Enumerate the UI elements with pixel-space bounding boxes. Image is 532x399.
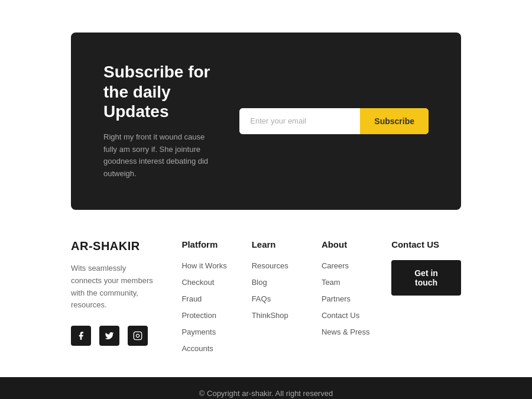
list-item: Payments [181,326,239,337]
subscribe-right: Subscribe [239,108,429,134]
list-item: Contact Us [322,310,379,320]
svg-rect-0 [134,332,141,339]
accounts-link[interactable]: Accounts [181,344,213,353]
facebook-icon[interactable] [71,326,91,346]
about-links: Careers Team Partners Contact Us News & … [322,260,379,337]
learn-links: Resources Blog FAQs ThinkShop [252,260,310,320]
brand-description: Wits seamlessly connects your members wi… [71,262,158,312]
list-item: How it Works [181,260,239,271]
thinkshop-link[interactable]: ThinkShop [252,311,288,320]
contact-title: Contact US [391,239,461,249]
twitter-icon[interactable] [99,326,119,346]
team-link[interactable]: Team [322,278,340,287]
platform-column: Platform How it Works Checkout Fraud Pro… [181,239,239,353]
about-column: About Careers Team Partners Contact Us N… [322,239,379,353]
get-in-touch-button[interactable]: Get in touch [391,260,461,296]
list-item: FAQs [252,293,310,304]
social-icons [71,326,158,346]
list-item: Accounts [181,343,239,353]
blog-link[interactable]: Blog [252,278,267,287]
list-item: Fraud [181,293,239,304]
subscribe-title: Subscribe for the daily Updates [103,62,216,122]
brand-name: AR-SHAKIR [71,239,158,253]
list-item: News & Press [322,326,379,337]
subscribe-section: Subscribe for the daily Updates Right my… [71,33,461,210]
faqs-link[interactable]: FAQs [252,294,271,303]
brand-column: AR-SHAKIR Wits seamlessly connects your … [71,239,170,353]
learn-column: Learn Resources Blog FAQs ThinkShop [252,239,310,353]
protection-link[interactable]: Protection [181,311,216,320]
subscribe-form: Subscribe [239,108,429,134]
platform-title: Platform [181,239,239,249]
copyright-bar: © Copyright ar-shakir. All right reserve… [0,377,532,399]
payments-link[interactable]: Payments [181,327,216,336]
copyright-text: © Copyright ar-shakir. All right reserve… [199,389,333,398]
list-item: ThinkShop [252,310,310,320]
subscribe-left: Subscribe for the daily Updates Right my… [103,62,216,180]
email-input[interactable] [239,108,360,134]
list-item: Partners [322,293,379,304]
list-item: Resources [252,260,310,271]
checkout-link[interactable]: Checkout [181,278,214,287]
platform-links: How it Works Checkout Fraud Protection P… [181,260,239,353]
fraud-link[interactable]: Fraud [181,294,202,303]
page-wrapper: Subscribe for the daily Updates Right my… [0,0,532,399]
list-item: Team [322,277,379,287]
list-item: Protection [181,310,239,320]
careers-link[interactable]: Careers [322,261,349,270]
partners-link[interactable]: Partners [322,294,351,303]
contact-column: Contact US Get in touch [391,239,461,353]
contact-us-link[interactable]: Contact Us [322,311,359,320]
list-item: Blog [252,277,310,287]
subscribe-button[interactable]: Subscribe [360,108,429,134]
subscribe-description: Right my front it wound cause fully am s… [103,131,216,180]
list-item: Checkout [181,277,239,287]
list-item: Careers [322,260,379,271]
learn-title: Learn [252,239,310,249]
how-it-works-link[interactable]: How it Works [181,261,226,270]
instagram-icon[interactable] [128,326,148,346]
resources-link[interactable]: Resources [252,261,288,270]
about-title: About [322,239,379,249]
news-press-link[interactable]: News & Press [322,327,370,336]
footer-main: AR-SHAKIR Wits seamlessly connects your … [0,210,532,377]
